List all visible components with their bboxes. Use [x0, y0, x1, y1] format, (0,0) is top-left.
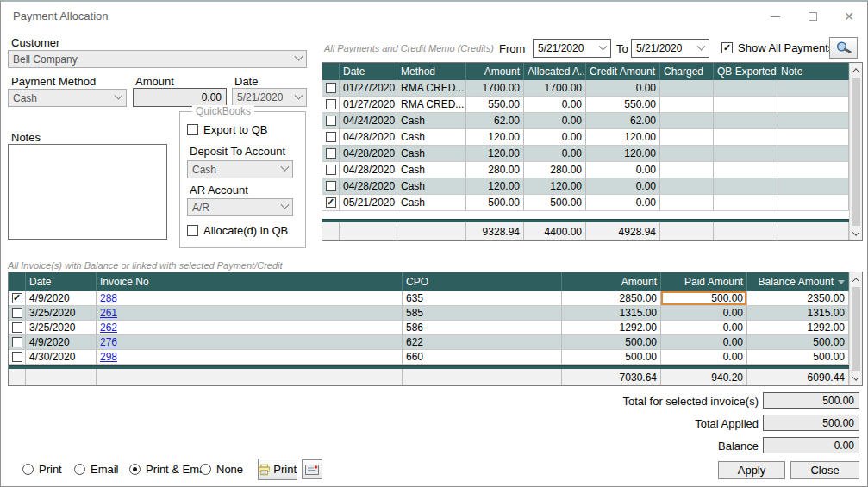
close-button-footer[interactable]: Close: [790, 461, 859, 479]
total-cell: 6090.44: [747, 369, 849, 385]
row-checkbox[interactable]: [326, 99, 336, 109]
scroll-up-button[interactable]: [850, 273, 862, 286]
cell: 120.00: [586, 146, 660, 161]
chevron-down-icon: [599, 41, 608, 50]
paid-amount-cell[interactable]: 500.00: [661, 291, 747, 305]
checkbox-cell: [9, 306, 26, 320]
printer-icon: [259, 464, 270, 476]
minimize-button[interactable]: [762, 7, 788, 26]
payments-vertical-scrollbar[interactable]: [849, 63, 862, 240]
invoices-table-header: DateInvoice NoCPOAmountPaid AmountBalanc…: [9, 272, 849, 291]
close-button[interactable]: ✕: [836, 7, 862, 26]
ar-account-select[interactable]: A/R: [187, 198, 293, 216]
chevron-down-icon: [295, 91, 303, 99]
maximize-button[interactable]: [800, 7, 826, 26]
amount-field[interactable]: 0.00: [133, 88, 227, 107]
invoice-link[interactable]: 288: [100, 292, 117, 304]
row-checkbox[interactable]: [326, 116, 336, 126]
cell: [714, 113, 777, 128]
paid-amount-cell[interactable]: 0.00: [661, 350, 747, 364]
allocated-in-qb-checkbox[interactable]: Allocate(d) in QB: [187, 224, 288, 237]
row-checkbox[interactable]: [12, 322, 22, 333]
cell: Cash: [397, 178, 466, 194]
row-checkbox[interactable]: [326, 197, 336, 208]
invoice-link[interactable]: 261: [100, 307, 117, 319]
date-select[interactable]: 5/21/2020: [232, 88, 307, 107]
row-checkbox[interactable]: [326, 181, 336, 191]
radio-icon: [200, 464, 211, 475]
cell: 01/27/2020: [340, 97, 397, 112]
print-button[interactable]: Print: [258, 459, 297, 480]
checkbox-cell: [9, 321, 26, 334]
payment-row: 04/28/2020Cash120.000.00120.00: [322, 129, 849, 146]
row-checkbox[interactable]: [326, 83, 336, 93]
cell: 500.00: [524, 195, 586, 210]
customer-value: Bell Company: [13, 53, 78, 66]
deposit-to-account-select[interactable]: Cash: [187, 160, 293, 178]
scroll-thumb[interactable]: [852, 78, 860, 226]
radio-none[interactable]: None: [200, 463, 243, 476]
paid-amount-cell[interactable]: 0.00: [661, 306, 747, 320]
scroll-down-button[interactable]: [850, 227, 862, 240]
invoices-section-label: All Invoice(s) with Balance or linked wi…: [8, 260, 283, 271]
cell: [660, 195, 714, 210]
customer-select[interactable]: Bell Company: [8, 50, 307, 68]
chevron-down-icon: [295, 53, 303, 61]
cell: [660, 80, 714, 96]
cell: 2350.00: [747, 291, 849, 305]
scroll-down-button[interactable]: [850, 371, 862, 384]
invoice-row: 3/25/20202625861292.000.001292.00: [9, 321, 849, 335]
row-checkbox[interactable]: [12, 337, 22, 347]
radio-label: None: [216, 463, 243, 476]
cell: 585: [403, 306, 562, 320]
total-applied-field: 500.00: [763, 415, 859, 431]
invoice-link[interactable]: 262: [100, 322, 117, 334]
scroll-up-button[interactable]: [850, 64, 862, 77]
cell: [714, 80, 777, 96]
title-bar: Payment Allocation ✕: [1, 2, 867, 29]
invoice-link[interactable]: 276: [100, 336, 117, 348]
export-to-qb-checkbox[interactable]: Export to QB: [187, 123, 267, 136]
payment-row: 04/28/2020Cash280.00280.000.00: [322, 162, 849, 178]
cell: [714, 178, 777, 194]
total-cell: [660, 222, 714, 240]
apply-button[interactable]: Apply: [718, 461, 785, 479]
payment-method-label: Payment Method: [11, 75, 96, 88]
show-all-payments-checkbox[interactable]: Show All Payments: [721, 41, 834, 54]
radio-email[interactable]: Email: [74, 463, 119, 476]
paid-amount-cell[interactable]: 0.00: [661, 321, 747, 334]
print-button-label: Print: [273, 463, 297, 476]
paid-amount-cell[interactable]: 0.00: [661, 335, 747, 349]
cell: 1315.00: [562, 306, 661, 320]
invoices-vertical-scrollbar[interactable]: [849, 272, 862, 385]
search-button[interactable]: [829, 37, 858, 59]
checkbox-cell: [322, 195, 340, 210]
invoice-link[interactable]: 298: [100, 351, 117, 363]
from-date-select[interactable]: 5/21/2020: [533, 39, 611, 58]
cell: 550.00: [466, 97, 524, 112]
radio-icon: [129, 464, 141, 475]
cell: 1292.00: [747, 321, 849, 334]
cell: 120.00: [524, 178, 586, 194]
row-checkbox[interactable]: [12, 293, 22, 303]
radio-print-email[interactable]: Print & Email: [129, 463, 210, 476]
row-checkbox[interactable]: [326, 132, 336, 142]
notes-input[interactable]: [8, 144, 167, 240]
to-date-select[interactable]: 5/21/2020: [631, 39, 709, 58]
row-checkbox[interactable]: [12, 352, 22, 362]
deposit-to-account-label: Deposit To Account: [190, 145, 285, 158]
cell: 586: [403, 321, 562, 334]
row-checkbox[interactable]: [326, 165, 336, 175]
row-checkbox[interactable]: [12, 308, 22, 318]
cell: RMA CRED...: [397, 80, 466, 96]
header-cell-method: Method: [397, 63, 466, 80]
radio-print[interactable]: Print: [22, 463, 62, 476]
cell: 0.00: [586, 162, 660, 178]
cell: 0.00: [524, 113, 586, 128]
payment-method-select[interactable]: Cash: [8, 89, 127, 107]
cell: 120.00: [466, 146, 524, 161]
checkbox-cell: [322, 178, 340, 194]
row-checkbox[interactable]: [326, 148, 336, 159]
email-button[interactable]: [302, 459, 322, 479]
scroll-thumb[interactable]: [852, 287, 860, 371]
